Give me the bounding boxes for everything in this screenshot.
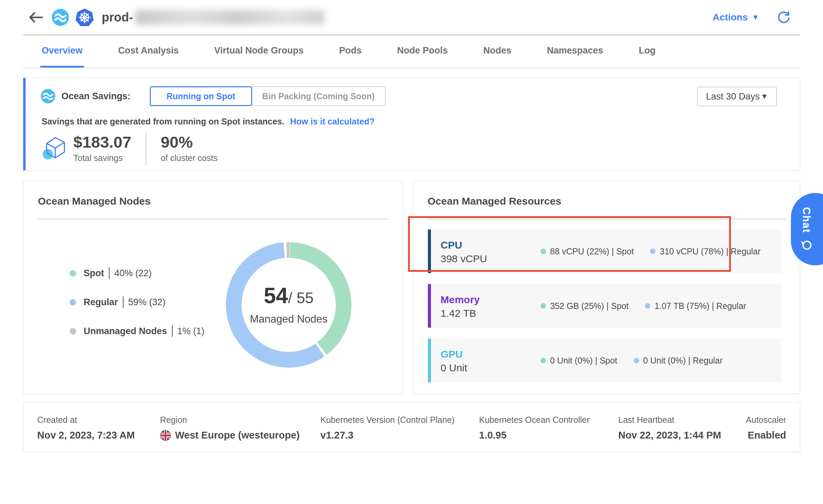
cluster-info-bar: Created at Nov 2, 2023, 7:23 AM Region W…: [23, 402, 800, 452]
tab-node-pools[interactable]: Node Pools: [396, 35, 449, 68]
managed-nodes-title: Ocean Managed Nodes: [38, 195, 402, 207]
savings-mode-toggle: Running on Spot Bin Packing (Coming Soon…: [150, 86, 386, 106]
resource-row-memory: Memory 1.42 TB 352 GB (25%) | Spot 1.07 …: [428, 284, 781, 328]
cpu-spot-stat: 88 vCPU (22%) | Spot: [540, 247, 634, 256]
actions-menu-button[interactable]: Actions ▼: [713, 12, 759, 23]
period-dropdown[interactable]: Last 30 Days ▼: [697, 87, 777, 106]
back-arrow-icon[interactable]: [28, 11, 44, 24]
donut-managed-count: 54: [264, 283, 288, 308]
chat-button[interactable]: Chat: [791, 193, 823, 265]
memory-total: 1.42 TB: [441, 308, 526, 319]
gpu-regular-text: 0 Unit (0%) | Regular: [643, 356, 723, 366]
info-label: Kubernetes Ocean Controller: [479, 415, 618, 425]
gpu-total: 0 Unit: [441, 362, 526, 374]
ocean-savings-wave-icon: [40, 89, 55, 104]
info-value: Nov 22, 2023, 1:44 PM: [618, 430, 745, 441]
memory-regular-stat: 1.07 TB (75%) | Regular: [645, 301, 746, 311]
info-value: v1.27.3: [320, 430, 479, 441]
legend-divider: [123, 296, 124, 308]
total-savings-value: $183.07: [73, 133, 131, 152]
running-on-spot-button[interactable]: Running on Spot: [150, 86, 252, 106]
page-header: prod- Actions ▼: [23, 0, 800, 35]
memory-spot-stat: 352 GB (25%) | Spot: [540, 301, 629, 311]
regular-dot-icon: [650, 249, 655, 254]
legend-value: 1% (1): [177, 326, 205, 337]
cpu-spot-text: 88 vCPU (22%) | Spot: [550, 247, 634, 256]
unmanaged-legend-dot-icon: [70, 328, 76, 335]
cluster-cost-percent-label: of cluster costs: [161, 153, 218, 163]
chat-button-label: Chat: [800, 207, 812, 233]
tab-bar: Overview Cost Analysis Virtual Node Grou…: [23, 35, 800, 68]
spot-dot-icon: [540, 358, 546, 363]
gpu-accent-bar: [428, 339, 431, 382]
memory-spot-text: 352 GB (25%) | Spot: [550, 301, 629, 311]
info-value: 1.0.95: [479, 430, 618, 441]
period-dropdown-value: Last 30 Days: [706, 91, 760, 102]
info-label: Created at: [37, 415, 160, 425]
legend-divider: [172, 325, 173, 337]
ocean-savings-label: Ocean Savings:: [61, 91, 131, 102]
savings-cube-icon: [43, 135, 67, 162]
kubernetes-logo-icon: [75, 8, 94, 27]
legend-value: 40% (22): [114, 268, 152, 279]
cpu-regular-stat: 310 vCPU (78%) | Regular: [650, 247, 761, 256]
managed-nodes-separator: [37, 219, 389, 219]
uk-flag-icon: [160, 430, 171, 441]
cluster-title: prod-: [102, 10, 324, 25]
donut-total-count: / 55: [288, 289, 314, 307]
cpu-accent-bar: [428, 229, 431, 273]
how-calculated-link[interactable]: How is it calculated?: [290, 117, 374, 126]
memory-regular-text: 1.07 TB (75%) | Regular: [654, 301, 746, 311]
cpu-regular-text: 310 vCPU (78%) | Regular: [660, 247, 761, 256]
refresh-icon[interactable]: [777, 11, 791, 24]
spot-legend-dot-icon: [70, 270, 76, 277]
legend-item-regular[interactable]: Regular 59% (32): [70, 296, 204, 308]
managed-nodes-legend: Spot 40% (22) Regular 59% (32) Unmanaged…: [70, 267, 204, 354]
info-last-heartbeat: Last Heartbeat Nov 22, 2023, 1:44 PM: [618, 415, 745, 451]
info-label: Region: [160, 415, 320, 425]
gpu-regular-stat: 0 Unit (0%) | Regular: [634, 356, 723, 366]
legend-label: Regular: [84, 297, 118, 308]
savings-description-text: Savings that are generated from running …: [42, 117, 284, 126]
tab-nodes[interactable]: Nodes: [482, 35, 513, 68]
actions-label: Actions: [713, 12, 748, 23]
donut-center-label: Managed Nodes: [249, 312, 328, 326]
actions-caret-icon: ▼: [752, 14, 759, 21]
info-value: West Europe (westeurope): [175, 430, 300, 441]
memory-label: Memory: [441, 293, 526, 306]
managed-nodes-card: Ocean Managed Nodes Spot 40% (22) Regula…: [23, 181, 403, 394]
spot-dot-icon: [540, 249, 546, 254]
gpu-spot-stat: 0 Unit (0%) | Spot: [540, 356, 617, 366]
legend-value: 59% (32): [128, 297, 166, 308]
tab-overview[interactable]: Overview: [40, 35, 84, 68]
tab-pods[interactable]: Pods: [338, 35, 363, 68]
gpu-spot-text: 0 Unit (0%) | Spot: [550, 356, 617, 366]
regular-dot-icon: [634, 358, 639, 363]
savings-description: Savings that are generated from running …: [42, 117, 374, 127]
cluster-name-redacted: [135, 10, 324, 25]
managed-resources-separator: [427, 219, 786, 219]
managed-resources-card: Ocean Managed Resources CPU 398 vCPU 88 …: [413, 181, 800, 394]
legend-item-unmanaged-nodes[interactable]: Unmanaged Nodes 1% (1): [70, 325, 204, 337]
legend-divider: [109, 267, 110, 279]
resource-row-cpu: CPU 398 vCPU 88 vCPU (22%) | Spot 310 vC…: [428, 229, 781, 273]
chat-bubble-icon: [800, 238, 813, 251]
total-savings-label: Total savings: [73, 153, 131, 163]
tab-virtual-node-groups[interactable]: Virtual Node Groups: [213, 35, 305, 68]
cpu-label: CPU: [441, 238, 526, 252]
savings-divider: [146, 133, 146, 165]
ocean-cluster-dashboard: prod- Actions ▼ Overview Cost Analysis V…: [0, 0, 823, 504]
legend-item-spot[interactable]: Spot 40% (22): [70, 267, 204, 279]
info-value: Enabled: [745, 430, 786, 441]
info-value: Nov 2, 2023, 7:23 AM: [37, 430, 160, 441]
tab-namespaces[interactable]: Namespaces: [546, 35, 605, 68]
bin-packing-button[interactable]: Bin Packing (Coming Soon): [252, 86, 386, 106]
info-label: Kubernetes Version (Control Plane): [320, 415, 479, 425]
spot-dot-icon: [540, 303, 546, 309]
memory-accent-bar: [428, 284, 431, 328]
tab-cost-analysis[interactable]: Cost Analysis: [117, 35, 180, 68]
ocean-logo-icon: [51, 9, 69, 26]
tab-log[interactable]: Log: [637, 35, 657, 68]
regular-dot-icon: [645, 303, 650, 309]
info-label: Autoscaler: [745, 415, 786, 425]
